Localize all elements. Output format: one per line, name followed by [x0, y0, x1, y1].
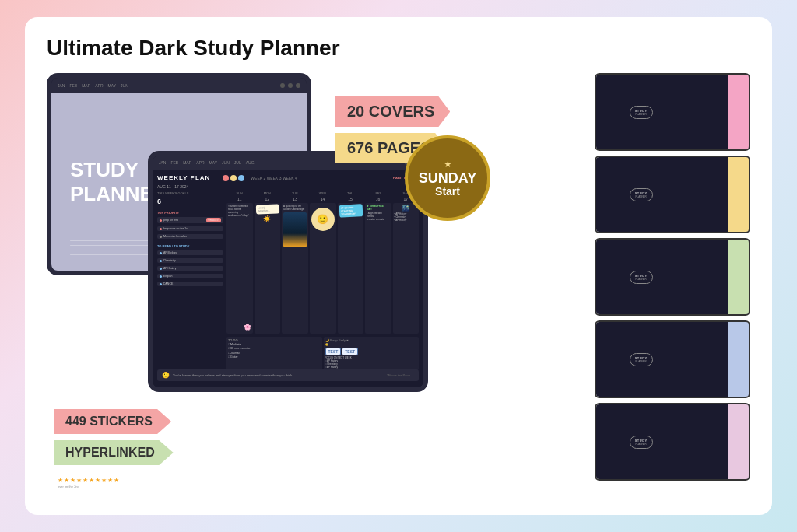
focus-items: □ AP History□ Chemistry□ AP History [325, 359, 418, 369]
day-headers: SUN MON TUE WED THU FRI SAT [226, 191, 419, 195]
day-thu: THU [337, 191, 363, 195]
month-mar: MAR [82, 83, 90, 88]
cover-thumbnails: STUDY PLANNER STUDY PLANNER [595, 73, 750, 496]
badge-circle: ★ SUNDAY Start [405, 135, 490, 221]
cell-thu: AT SCHOOLSTARTINGTOMORROW! [338, 203, 364, 334]
cover-sub-5: PLANNER [636, 443, 647, 446]
movie: to watch a movie [367, 218, 390, 221]
month-jun: JUN [121, 83, 128, 88]
cover-label-box-2: STUDY PLANNER [630, 188, 653, 201]
cover-sub-2: PLANNER [636, 195, 647, 198]
cover-thumb-4: STUDY PLANNER [595, 320, 750, 398]
date-14: 14 [310, 197, 336, 201]
hyperlinked-ribbon: HYPERLINKED [54, 440, 174, 465]
f-apr: APR [196, 160, 204, 165]
cover-stripe-black-3 [686, 240, 728, 314]
cover-stripe-black-1 [686, 75, 728, 149]
study-item-4: English [157, 274, 223, 278]
cell-mon: LovelyWeather... ☀️ [255, 203, 281, 334]
study-item-1: AP Biology [157, 250, 223, 255]
f-aug: AUG [246, 160, 255, 165]
weekly-layout: THIS WEEK'S GOALS 6 TOP PRIORITY prep fo… [157, 191, 419, 370]
priority-2-text: help more on the 1st [163, 227, 188, 230]
date-15: 15 [337, 197, 363, 201]
star-7: ★ [95, 477, 100, 484]
sleep-label: 🌙 Sleep Early ♥ [325, 338, 418, 342]
day-wed: WED [310, 191, 336, 195]
dot-s3 [160, 268, 162, 270]
rating-section: ★ ★ ★ ★ ★ ★ ★ ★ ★ ★ over on the 2nd [58, 477, 119, 488]
cover-dark-2: STUDY PLANNER [596, 157, 749, 232]
circle-red [223, 175, 229, 181]
cover-stripe-pink-1 [728, 75, 749, 149]
sleep-tracker: 🌙 Sleep Early ♥ 😴 TEST TEST FOCUS ON NEX… [324, 337, 420, 370]
date-range: AUG 11 - 17 2024 [157, 184, 419, 189]
stars-row: ★ ★ ★ ★ ★ ★ ★ ★ ★ ★ [58, 477, 119, 484]
month-feb: FEB [69, 83, 77, 88]
study-item-5: DANCE [157, 282, 223, 286]
tablet-front: JAN FEB MAR APR MAY JUN JUL AUG [148, 151, 428, 392]
dot-s5 [160, 283, 162, 285]
stickers-badge: 449 STICKERS [54, 409, 174, 434]
cover-sub-3: PLANNER [636, 278, 647, 281]
at-school-sticker: AT SCHOOLSTARTINGTOMORROW! [339, 204, 362, 218]
left-section: JAN FEB MAR APR MAY JUN STUDY [47, 73, 582, 496]
cover-dark-1: STUDY PLANNER [596, 75, 749, 149]
dot-p2 [160, 228, 162, 230]
star-5: ★ [83, 477, 88, 484]
study-3-text: AP History [163, 267, 176, 270]
f-jan: JAN [159, 160, 166, 165]
cover-dark-3: STUDY PLANNER [596, 240, 749, 314]
study-5-text: DANCE [163, 282, 173, 285]
content-row: JAN FEB MAR APR MAY JUN STUDY [47, 73, 750, 496]
todo-items: □ Meditate□ 30 min. exercise□ Journal□ G… [228, 343, 321, 359]
tue-text: A quick trip to theGolden Gate Bridge! [283, 205, 307, 211]
cell-tue: A quick trip to theGolden Gate Bridge! [282, 203, 308, 334]
cover-dark-4: STUDY PLANNER [596, 322, 749, 397]
date-11: 11 [226, 197, 253, 201]
dot-s2 [160, 260, 162, 262]
star-9: ★ [107, 477, 113, 484]
star-6: ★ [89, 477, 94, 484]
sleep-icon: 😴 [325, 343, 418, 346]
weather-sticker: LovelyWeather... [255, 204, 279, 214]
badge-start-text: Start [435, 185, 460, 198]
dot-p1 [160, 219, 162, 222]
star-3: ★ [70, 477, 75, 484]
bottom-row: TO DO □ Meditate□ 30 min. exercise□ Jour… [226, 337, 419, 370]
day-sun: SUN [226, 191, 253, 195]
day-tue: TUE [282, 191, 308, 195]
study-1-text: AP Biology [163, 251, 177, 254]
sun-emoji: ☀️ [256, 215, 279, 222]
dot2 [288, 83, 293, 88]
cover-label-area-4: STUDY PLANNER [596, 322, 686, 397]
cover-thumb-5: STUDY PLANNER [595, 403, 750, 481]
cover-label-box-5: STUDY PLANNER [630, 436, 653, 449]
weekly-header: WEEKLY PLAN WEEK 2 WEEK 3 WEEK 4 HABIT T… [157, 174, 419, 181]
main-grid: SUN MON TUE WED THU FRI SAT 11 [226, 191, 419, 370]
window-controls [280, 83, 300, 88]
motivation-bar: 🙂 You're braver than you believe and str… [226, 369, 419, 370]
page-title: Ultimate Dark Study Planner [47, 36, 750, 61]
priority-1-text: prep for test [163, 219, 178, 222]
covers-ribbon: 20 COVERS [335, 96, 450, 127]
star-2: ★ [64, 477, 69, 484]
cover-thumb-3: STUDY PLANNER [595, 238, 750, 316]
cover-thumb-1: STUDY PLANNER [595, 73, 750, 151]
dot3 [296, 83, 300, 88]
cover-dark-5: STUDY PLANNER [596, 404, 749, 479]
this-week-label: THIS WEEK'S GOALS [157, 191, 223, 195]
month-apr: APR [95, 83, 103, 88]
cell-fri: ★ Stress-FREE DAY! • Align her with frie… [365, 203, 391, 334]
cover-label-box-1: STUDY PLANNER [630, 106, 653, 119]
month-jan: JAN [58, 83, 65, 88]
cover-sub-4: PLANNER [636, 360, 647, 363]
front-months: JAN FEB MAR APR MAY JUN JUL AUG [159, 160, 255, 165]
cover-label-area-3: STUDY PLANNER [596, 240, 686, 314]
cover-stripe-yellow-2 [728, 157, 749, 232]
badge-sunday-text: SUNDAY [419, 171, 476, 185]
day-cells: Your time to mentorfocus for the upcomin… [226, 203, 419, 334]
bottom-badges: 449 STICKERS HYPERLINKED [54, 409, 174, 465]
f-feb: FEB [170, 160, 178, 165]
star-10: ★ [114, 477, 119, 484]
